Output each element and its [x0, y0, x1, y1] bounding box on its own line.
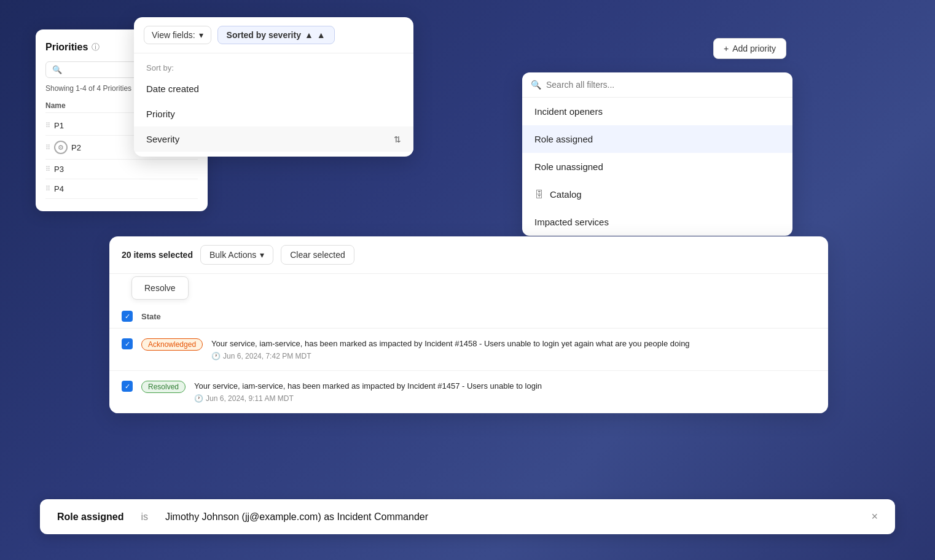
add-priority-button[interactable]: + Add priority	[713, 38, 786, 59]
sorted-label: Sorted by severity	[227, 30, 301, 40]
filter-item-catalog[interactable]: 🗄 Catalog	[522, 181, 792, 208]
incident-time-1: 🕐 Jun 6, 2024, 7:42 PM MDT	[211, 352, 690, 360]
database-icon: 🗄	[534, 189, 544, 200]
priority-row-p3: ⠿ P3	[45, 160, 198, 179]
sort-option-date-created[interactable]: Date created	[134, 76, 413, 101]
filter-item-role-assigned[interactable]: Role assigned	[522, 125, 792, 153]
clock-icon: 🕐	[211, 352, 221, 360]
sort-option-priority[interactable]: Priority	[134, 101, 413, 126]
incident-time-2: 🕐 Jun 6, 2024, 9:11 AM MDT	[194, 394, 542, 403]
row-checkbox-2[interactable]: ✓	[122, 381, 133, 392]
sort-card-header: View fields: ▾ Sorted by severity ▲ ▲	[134, 17, 413, 53]
drag-handle: ⠿	[45, 185, 50, 193]
sort-arrows-icon: ⇅	[394, 134, 401, 144]
priority-row-p4: ⠿ P4	[45, 179, 198, 199]
clear-selected-button[interactable]: Clear selected	[281, 245, 354, 265]
drag-handle: ⠿	[45, 165, 50, 173]
status-badge-acknowledged: Acknowledged	[141, 338, 203, 351]
bulk-actions-button[interactable]: Bulk Actions ▾	[200, 245, 273, 265]
filter-search-input[interactable]	[546, 80, 784, 90]
role-is-text: is	[141, 511, 148, 523]
bulk-actions-label: Bulk Actions	[209, 250, 256, 260]
select-all-checkbox[interactable]: ✓	[122, 311, 133, 322]
filter-item-role-unassigned[interactable]: Role unassigned	[522, 153, 792, 181]
filter-search-bar[interactable]: 🔍	[522, 72, 792, 98]
sort-card-body: Sort by: Date created Priority Severity …	[134, 53, 413, 157]
clock-icon: 🕐	[194, 394, 203, 403]
priority-name-p2: P2	[71, 143, 135, 152]
clear-selected-label: Clear selected	[290, 250, 345, 260]
role-assigned-bar: Role assigned is Jimothy Johnson (jj@exa…	[40, 499, 895, 534]
sort-by-label: Sort by:	[134, 58, 413, 76]
view-fields-button[interactable]: View fields: ▾	[144, 26, 211, 44]
filter-label-role-unassigned: Role unassigned	[534, 161, 603, 172]
search-icon: 🔍	[52, 65, 62, 74]
incident-info-1: Your service, iam-service, has been mark…	[211, 338, 690, 360]
bulk-actions-bar: 20 items selected Bulk Actions ▾ Clear s…	[109, 236, 828, 274]
close-icon: ×	[871, 510, 878, 523]
state-column-header: State	[141, 312, 161, 321]
p2-icon: ⚙	[54, 141, 68, 154]
priority-name-p1: P1	[54, 121, 138, 130]
resolve-dropdown-container: Resolve	[109, 274, 828, 305]
sort-up-icon: ▲	[305, 30, 313, 40]
incident-info-2: Your service, iam-service, has been mark…	[194, 381, 542, 403]
chevron-down-icon: ▾	[260, 250, 264, 260]
filter-dropdown: 🔍 Incident openers Role assigned Role un…	[522, 72, 792, 236]
priorities-title: Priorities	[45, 42, 88, 53]
sort-option-severity[interactable]: Severity ⇅	[134, 126, 413, 152]
incident-text-2: Your service, iam-service, has been mark…	[194, 381, 542, 392]
plus-icon: +	[724, 44, 729, 53]
role-assigned-label: Role assigned	[57, 511, 123, 523]
resolve-label: Resolve	[144, 283, 176, 293]
filter-label-role-assigned: Role assigned	[534, 134, 593, 144]
drag-handle: ⠿	[45, 144, 50, 152]
priority-name-p3: P3	[54, 165, 198, 174]
table-row: ✓ Resolved Your service, iam-service, ha…	[109, 371, 828, 413]
filter-label-incident-openers: Incident openers	[534, 106, 603, 117]
filter-label-impacted-services: Impacted services	[534, 217, 609, 227]
sort-card: View fields: ▾ Sorted by severity ▲ ▲ So…	[134, 17, 413, 157]
incident-text-1: Your service, iam-service, has been mark…	[211, 338, 690, 349]
role-value: Jimothy Johnson (jj@example.com) as Inci…	[165, 511, 861, 523]
sorted-by-severity-button[interactable]: Sorted by severity ▲ ▲	[217, 26, 335, 44]
chevron-down-icon: ▾	[199, 30, 203, 40]
row-checkbox-1[interactable]: ✓	[122, 338, 133, 349]
add-priority-label: Add priority	[732, 44, 776, 53]
filter-item-incident-openers[interactable]: Incident openers	[522, 98, 792, 125]
selected-count: 20 items selected	[122, 250, 193, 260]
table-row: ✓ Acknowledged Your service, iam-service…	[109, 329, 828, 371]
search-icon: 🔍	[531, 80, 541, 90]
filter-item-impacted-services[interactable]: Impacted services	[522, 208, 792, 236]
role-close-button[interactable]: ×	[871, 510, 878, 523]
bulk-table-header: ✓ State	[109, 305, 828, 329]
resolve-dropdown[interactable]: Resolve	[131, 276, 189, 300]
info-icon: ⓘ	[92, 42, 100, 53]
status-badge-resolved: Resolved	[141, 381, 186, 393]
bulk-actions-card: 20 items selected Bulk Actions ▾ Clear s…	[109, 236, 828, 413]
name-column-header: Name	[45, 101, 66, 110]
view-fields-label: View fields:	[152, 30, 195, 40]
filter-label-catalog: Catalog	[550, 189, 582, 200]
drag-handle: ⠿	[45, 122, 50, 130]
chevron-up-icon: ▲	[317, 30, 326, 40]
priority-name-p4: P4	[54, 184, 198, 193]
